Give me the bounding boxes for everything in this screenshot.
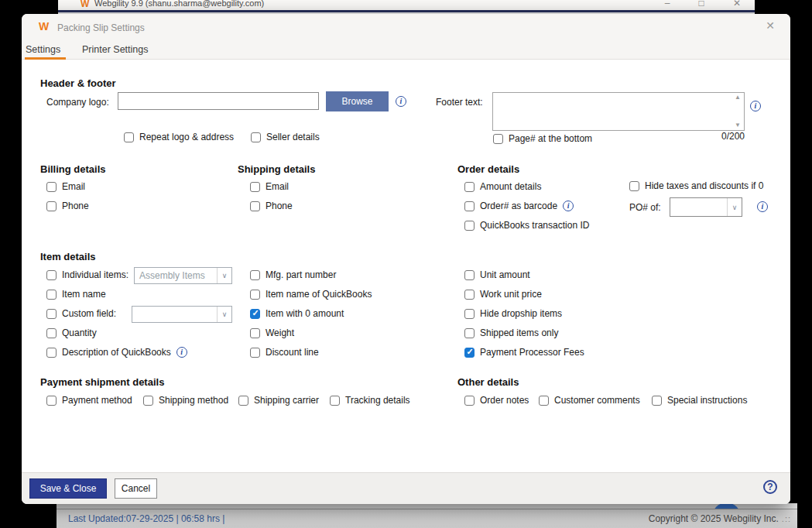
section-order: Order details — [457, 163, 519, 175]
checkbox-label: Tracking details — [345, 395, 410, 406]
checkbox-box — [464, 328, 475, 338]
checkbox-order-barcode[interactable]: Order# as barcode — [464, 201, 574, 211]
minimize-icon[interactable]: – — [662, 0, 673, 9]
checkbox-box-checked — [464, 348, 475, 358]
company-logo-info-icon[interactable] — [396, 96, 406, 107]
section-item: Item details — [40, 251, 96, 262]
checkbox-box — [250, 201, 260, 211]
checkbox-label: Item with 0 amount — [266, 308, 344, 319]
help-icon[interactable]: ? — [763, 480, 777, 494]
checkbox-billing-email[interactable]: Email — [46, 181, 85, 192]
checkbox-item-name-quickbooks[interactable]: Item name of QuickBooks — [250, 289, 372, 300]
company-logo-input[interactable] — [118, 92, 319, 110]
checkbox-box — [46, 396, 57, 406]
checkbox-box — [464, 201, 475, 211]
checkbox-box — [464, 396, 475, 406]
po-dropdown[interactable] — [670, 197, 742, 217]
checkbox-box — [46, 201, 57, 211]
settings-tab-content: Header & footer Company logo: Browse Rep… — [22, 14, 790, 504]
chevron-down-icon[interactable] — [217, 268, 231, 283]
cancel-button[interactable]: Cancel — [115, 478, 157, 499]
description-info-icon[interactable] — [176, 347, 187, 358]
section-header-footer: Header & footer — [40, 77, 116, 89]
checkbox-seller-details[interactable]: Seller details — [251, 132, 320, 142]
checkbox-hide-taxes-discounts[interactable]: Hide taxes and discounts if 0 — [629, 180, 763, 191]
checkbox-label: Individual items: — [62, 269, 128, 280]
checkbox-discount-line[interactable]: Discount line — [250, 347, 319, 358]
po-dropdown-value — [670, 206, 727, 209]
checkbox-box — [46, 328, 57, 338]
checkbox-box — [46, 348, 57, 358]
chevron-down-icon[interactable] — [217, 307, 231, 322]
checkbox-box — [629, 181, 639, 191]
footer-text-label: Footer text: — [436, 97, 483, 108]
checkbox-label: Quantity — [62, 327, 97, 338]
order-barcode-info-icon[interactable] — [563, 201, 574, 211]
checkbox-payment-method[interactable]: Payment method — [46, 395, 132, 406]
checkbox-shipping-method[interactable]: Shipping method — [143, 395, 228, 406]
checkbox-qb-transaction-id[interactable]: QuickBooks transaction ID — [464, 220, 589, 231]
browse-button[interactable]: Browse — [326, 91, 389, 111]
checkbox-label: Payment Processor Fees — [480, 347, 584, 358]
checkbox-customer-comments[interactable]: Customer comments — [539, 395, 640, 406]
checkbox-shipped-items-only[interactable]: Shipped items only — [464, 327, 558, 338]
checkbox-custom-field[interactable]: Custom field: — [46, 308, 116, 319]
close-icon[interactable]: ✕ — [731, 0, 742, 9]
checkbox-label: Shipping carrier — [254, 395, 319, 406]
checkbox-payment-processor-fees[interactable]: Payment Processor Fees — [464, 347, 584, 358]
app-statusbar: Last Updated:07-29-2025 | 06:58 hrs | Co… — [57, 509, 797, 528]
footer-text-info-icon[interactable] — [750, 101, 761, 111]
checkbox-box — [250, 290, 260, 300]
checkbox-tracking-details[interactable]: Tracking details — [330, 395, 410, 406]
maximize-icon[interactable]: □ — [696, 0, 707, 9]
individual-items-dropdown[interactable]: Assembly Items — [134, 267, 232, 284]
scroll-down-icon[interactable]: ▼ — [735, 122, 741, 129]
textarea-scrollbar[interactable]: ▲ ▼ — [731, 93, 744, 130]
custom-field-dropdown[interactable] — [132, 306, 232, 323]
checkbox-mfg-part-number[interactable]: Mfg. part number — [250, 269, 336, 280]
company-logo-label: Company logo: — [46, 97, 109, 108]
checkbox-description-quickbooks[interactable]: Description of QuickBooks — [46, 347, 187, 358]
checkbox-item-with-0-amount[interactable]: Item with 0 amount — [250, 308, 344, 319]
checkbox-unit-amount[interactable]: Unit amount — [464, 269, 530, 280]
checkbox-repeat-logo-address[interactable]: Repeat logo & address — [124, 132, 234, 142]
checkbox-box — [46, 290, 57, 300]
checkbox-label: Phone — [62, 201, 89, 211]
checkbox-item-name[interactable]: Item name — [46, 289, 106, 300]
checkbox-label: QuickBooks transaction ID — [480, 220, 589, 231]
checkbox-special-instructions[interactable]: Special instructions — [652, 395, 747, 406]
footer-text-area[interactable]: ▲ ▼ — [492, 92, 745, 131]
resize-grip-icon[interactable]: .:: — [782, 514, 791, 523]
checkbox-label: Shipped items only — [480, 327, 558, 338]
checkbox-page-number-bottom[interactable]: Page# at the bottom — [493, 133, 592, 144]
checkbox-label: Order# as barcode — [480, 201, 557, 211]
checkbox-label: Discount line — [266, 347, 319, 358]
chevron-down-icon[interactable] — [727, 198, 742, 216]
checkbox-box — [330, 396, 340, 406]
checkbox-weight[interactable]: Weight — [250, 327, 294, 338]
checkbox-work-unit-price[interactable]: Work unit price — [464, 289, 542, 300]
checkbox-label: Order notes — [480, 395, 529, 406]
save-close-button[interactable]: Save & Close — [29, 478, 107, 499]
checkbox-label: Email — [266, 181, 289, 192]
checkbox-label: Shipping method — [159, 395, 228, 406]
scroll-up-icon[interactable]: ▲ — [735, 94, 741, 101]
checkbox-billing-phone[interactable]: Phone — [46, 201, 89, 211]
checkbox-label: Page# at the bottom — [509, 133, 592, 144]
checkbox-shipping-email[interactable]: Email — [250, 181, 289, 192]
checkbox-quantity[interactable]: Quantity — [46, 327, 97, 338]
checkbox-hide-dropship-items[interactable]: Hide dropship items — [464, 308, 562, 319]
checkbox-amount-details[interactable]: Amount details — [464, 181, 541, 192]
checkbox-box — [464, 182, 475, 192]
checkbox-shipping-phone[interactable]: Phone — [250, 201, 293, 211]
po-info-icon[interactable] — [757, 201, 768, 212]
footer-text-input[interactable] — [493, 93, 731, 130]
checkbox-individual-items[interactable]: Individual items: — [46, 269, 128, 280]
checkbox-box — [46, 182, 57, 192]
checkbox-label: Amount details — [480, 181, 541, 192]
char-counter: 0/200 — [709, 131, 745, 142]
checkbox-label: Item name of QuickBooks — [266, 289, 372, 300]
checkbox-order-notes[interactable]: Order notes — [464, 395, 529, 406]
checkbox-shipping-carrier[interactable]: Shipping carrier — [238, 395, 319, 406]
section-shipping: Shipping details — [238, 163, 315, 175]
